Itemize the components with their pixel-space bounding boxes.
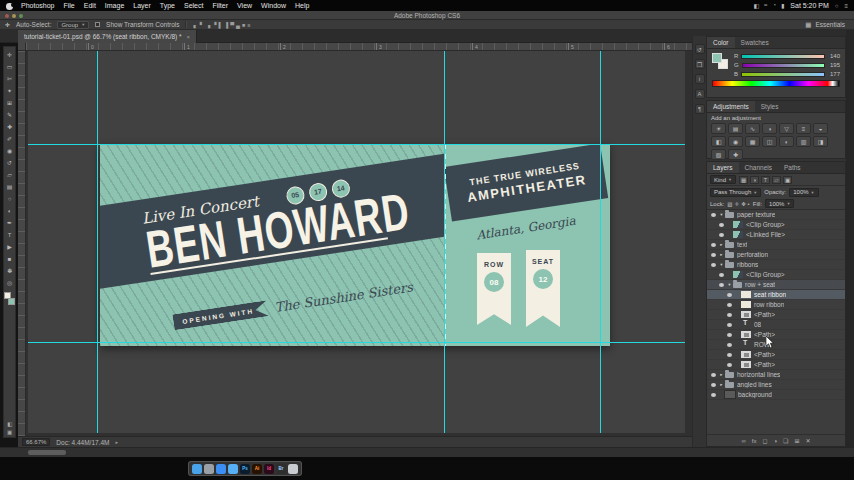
ticket-artwork[interactable]: Live In Concert 051714 BEN HOWARD OPENIN…	[100, 144, 610, 346]
zoom-window-button[interactable]	[19, 14, 23, 18]
brightness-contrast[interactable]: ☀	[711, 123, 726, 134]
delete-layer-button[interactable]: ✕	[805, 437, 810, 444]
link-layers-button[interactable]: ∞	[741, 438, 745, 444]
dodge-tool[interactable]: ◐	[4, 205, 15, 216]
document-tab[interactable]: tutorial-ticket-01.psd @ 66.7% (seat rib…	[18, 30, 197, 43]
gradient-tool[interactable]: ▤	[4, 181, 15, 192]
levels[interactable]: ▤	[728, 123, 743, 134]
foreground-color-swatch[interactable]	[4, 292, 11, 299]
info-panel-icon[interactable]: i	[695, 74, 705, 84]
dock-icon-launchpad[interactable]	[204, 464, 214, 474]
align-button-icon[interactable]: ▘	[200, 22, 204, 28]
align-button-icon[interactable]: ▄	[236, 22, 240, 28]
menu-item[interactable]: File	[63, 2, 74, 9]
guide-horizontal[interactable]	[28, 144, 685, 145]
add-layer-mask-button[interactable]: ◻	[762, 437, 767, 444]
quick-mask-icon[interactable]: ◧	[7, 421, 12, 427]
status-icon[interactable]: ◔	[772, 2, 776, 9]
channel-value[interactable]: 140	[828, 53, 840, 59]
menubar-clock[interactable]: Sat 5:20 PM	[790, 2, 829, 9]
visibility-eye-icon[interactable]	[717, 283, 726, 287]
channel-slider[interactable]	[741, 72, 825, 77]
expand-triangle-icon[interactable]	[718, 240, 725, 250]
clone-stamp-tool[interactable]: ◉	[4, 145, 15, 156]
spotlight-icon[interactable]: ○	[835, 3, 839, 9]
menu-item[interactable]: Image	[105, 2, 124, 9]
menu-item[interactable]: Select	[184, 2, 203, 9]
align-button-icon[interactable]: ≡	[247, 22, 250, 28]
expand-triangle-icon[interactable]	[726, 280, 733, 290]
hue-saturation[interactable]: ≡	[796, 123, 811, 134]
zoom-level-field[interactable]: 66.67%	[22, 438, 50, 446]
visibility-eye-icon[interactable]	[717, 233, 726, 237]
menu-item[interactable]: Type	[160, 2, 175, 9]
foreground-background-swatches[interactable]	[4, 292, 15, 305]
status-icon[interactable]: ◧	[753, 2, 759, 9]
blur-tool[interactable]: ○	[4, 193, 15, 204]
shape-tool[interactable]: ■	[4, 253, 15, 264]
menu-item[interactable]: Window	[261, 2, 286, 9]
lasso-tool[interactable]: ✄	[4, 73, 15, 84]
layer-row[interactable]: ROW	[707, 340, 845, 350]
healing-brush-tool[interactable]: ✚	[4, 121, 15, 132]
status-icon[interactable]: ≈	[764, 2, 767, 9]
dock-icon-illustrator[interactable]: Ai	[252, 464, 262, 474]
dock-icon-finder[interactable]	[192, 464, 202, 474]
layer-row[interactable]: row ribbon	[707, 300, 845, 310]
ruler-corner[interactable]	[18, 43, 26, 51]
layer-row[interactable]: paper texture	[707, 210, 845, 220]
dock-icon-bridge[interactable]: Br	[276, 464, 286, 474]
ruler-left[interactable]	[18, 51, 26, 436]
panel-tab[interactable]: Styles	[755, 101, 785, 112]
crop-tool[interactable]: ⊞	[4, 97, 15, 108]
align-button-icon[interactable]: ▖	[193, 22, 197, 28]
history-panel-icon[interactable]: ↺	[695, 44, 705, 54]
align-button-icon[interactable]: ▗	[206, 22, 210, 28]
dock-icon-photoshop[interactable]: Ps	[240, 464, 250, 474]
type-tool[interactable]: T	[4, 229, 15, 240]
eyedropper-tool[interactable]: ✎	[4, 109, 15, 120]
guide-horizontal[interactable]	[28, 342, 685, 343]
history-brush-tool[interactable]: ↺	[4, 157, 15, 168]
notification-center-icon[interactable]: ≡	[844, 3, 848, 9]
channel-slider[interactable]	[741, 54, 825, 59]
visibility-eye-icon[interactable]	[709, 373, 718, 377]
menu-item[interactable]: View	[237, 2, 252, 9]
filter-type-icon[interactable]: ▦	[739, 176, 748, 184]
rectangular-marquee-tool[interactable]: ▭	[4, 61, 15, 72]
foreground-color-chip[interactable]	[712, 53, 722, 63]
panel-tab[interactable]: Color	[707, 37, 735, 48]
brush-tool[interactable]: ✐	[4, 133, 15, 144]
visibility-eye-icon[interactable]	[709, 383, 718, 387]
align-button-icon[interactable]: ▐	[224, 22, 228, 28]
lock-option-icon[interactable]: ✛	[735, 201, 740, 207]
guide-vertical[interactable]	[97, 51, 98, 433]
visibility-eye-icon[interactable]	[725, 293, 734, 297]
show-transform-checkbox[interactable]	[95, 22, 100, 27]
path-selection-tool[interactable]: ▶	[4, 241, 15, 252]
horizontal-scrollbar-thumb[interactable]	[28, 450, 66, 455]
channel-value[interactable]: 195	[828, 62, 840, 68]
close-window-button[interactable]	[5, 14, 9, 18]
filter-type-icon[interactable]: T	[761, 176, 770, 184]
quick-selection-tool[interactable]: ✦	[4, 85, 15, 96]
dock-icon-indesign[interactable]: Id	[264, 464, 274, 474]
threshold[interactable]: ◨	[813, 136, 828, 147]
layer-row[interactable]: <Path>	[707, 350, 845, 360]
menu-item[interactable]: Layer	[133, 2, 151, 9]
gradient-map[interactable]: ▧	[711, 149, 726, 160]
layer-row[interactable]: ribbons	[707, 260, 845, 270]
visibility-eye-icon[interactable]	[725, 303, 734, 307]
visibility-eye-icon[interactable]	[717, 223, 726, 227]
move-tool[interactable]: ✛	[4, 49, 15, 60]
align-button-icon[interactable]: ▝	[212, 22, 216, 28]
panel-tab[interactable]: Channels	[739, 162, 778, 173]
layer-row[interactable]: <Linked File>	[707, 230, 845, 240]
menu-item[interactable]: Edit	[84, 2, 96, 9]
character-panel-icon[interactable]: A	[695, 89, 705, 99]
lock-option-icon[interactable]: ✥	[741, 201, 746, 207]
channel-value[interactable]: 177	[828, 71, 840, 77]
lock-option-icon[interactable]: ▪	[748, 201, 750, 207]
visibility-eye-icon[interactable]	[725, 363, 734, 367]
visibility-eye-icon[interactable]	[709, 263, 718, 267]
